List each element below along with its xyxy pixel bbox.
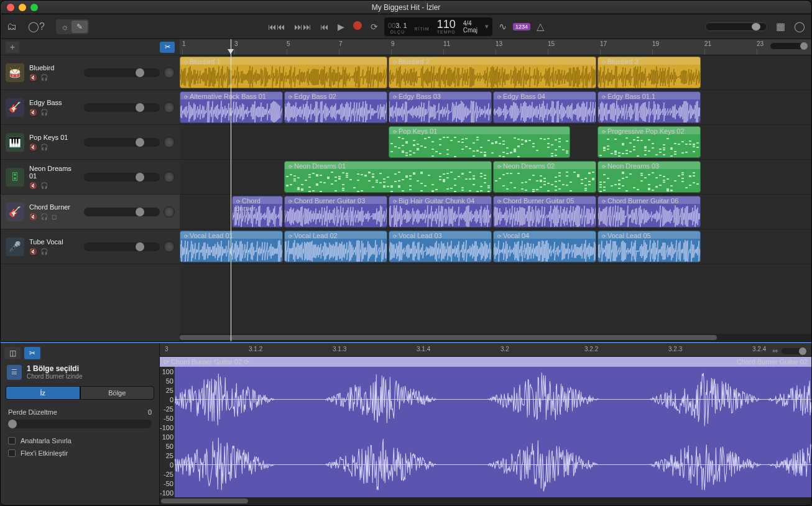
region[interactable]: ⟳Chord Burner [232,196,283,228]
mute-icon[interactable]: 🔇 [29,74,37,81]
horizontal-zoom-slider[interactable] [770,43,808,49]
track-volume-slider[interactable] [84,138,160,147]
scissors-button[interactable]: ✂ [160,42,175,53]
track-volume-slider[interactable] [84,242,160,251]
region[interactable]: ⟳Edgy Bass 03 [389,91,492,123]
headphones-icon[interactable]: 🎧 [40,74,48,81]
mute-icon[interactable]: 🔇 [29,213,37,220]
editor-zoom-slider[interactable] [782,348,806,354]
mute-icon[interactable]: 🔇 [29,182,37,189]
region[interactable]: ⟳Chord Burner Guitar 03 [284,196,387,228]
svg-rect-404 [618,183,621,185]
track-header[interactable]: 🎸Chord Burner🔇🎧◻ [1,195,180,229]
track-pan-knob[interactable] [164,102,175,113]
svg-rect-82 [514,149,516,150]
track-volume-slider[interactable] [84,208,160,216]
region[interactable]: ⟳Vocal Lead 05 [597,231,701,262]
region[interactable]: ⟳Chord Burner Guitar 06 [597,196,701,228]
tuner-icon[interactable]: ∿ [499,21,507,32]
track-header[interactable]: 🎤Tube Vocal🔇🎧 [1,229,180,264]
forward-button[interactable]: ⏭⏭ [294,22,311,32]
region[interactable]: ⟳Bluebird 2 [389,57,596,88]
arrange-hscrollbar[interactable] [180,334,811,341]
play-button[interactable]: ▶ [338,22,344,32]
track-pan-knob[interactable] [164,241,175,252]
mute-icon[interactable]: 🔇 [29,248,37,255]
region[interactable]: ⟳Vocal Lead 02 [284,231,387,262]
track-lanes[interactable]: ⟳Bluebird 1⟳Bluebird 2⟳Bluebird 3⟳Altern… [180,55,811,334]
headphones-icon[interactable]: 🎧 [40,182,48,189]
record-button[interactable] [353,21,362,32]
track-pan-knob[interactable] [164,206,175,218]
pitch-correction-slider[interactable] [8,420,152,428]
cycle-button[interactable]: ⟳ [371,22,378,32]
headphones-icon[interactable]: 🎧 [40,109,48,116]
go-to-start-button[interactable]: ⏮ [320,22,329,32]
track-volume-slider[interactable] [84,103,160,112]
track-lane[interactable]: ⟳Vocal Lead 01⟳Vocal Lead 02⟳Vocal Lead … [180,229,811,264]
track-volume-slider[interactable] [84,68,160,77]
track-header[interactable]: 🎹Pop Keys 01🔇🎧 [1,125,180,160]
region[interactable]: ⟳Vocal Lead 01 [180,231,283,262]
track-header[interactable]: 🎸Edgy Bass🔇🎧 [1,90,180,125]
editor-waveform[interactable] [175,367,811,497]
region[interactable]: ⟳Vocal Lead 03 [389,231,492,262]
playhead[interactable] [231,39,231,341]
region[interactable]: ⟳Bluebird 1 [180,57,387,88]
track-lane[interactable]: ⟳Chord Burner⟳Chord Burner Guitar 03⟳Big… [180,195,811,229]
region[interactable]: ⟳Big Hair Guitar Chunk 04 [389,196,492,228]
editor-ruler[interactable]: ⇔ 33.1.23.1.33.1.43.23.2.23.2.33.2.4 [160,343,811,357]
track-volume-slider[interactable] [84,173,160,182]
svg-rect-423 [652,172,654,173]
region[interactable]: ⟳Chord Burner Guitar 05 [493,196,596,228]
track-header[interactable]: 🎛Neon Dreams 01🔇🎧 [1,160,180,195]
editor-hscrollbar[interactable] [160,497,811,505]
region[interactable]: ⟳Neon Dreams 01 [284,161,492,193]
region[interactable]: ⟳Edgy Bass 01.1 [597,91,701,123]
editor-clip-header[interactable]: ⟳ Chord Burner Guitar 02 ⟳ Chord Burner … [160,357,811,367]
lock-icon[interactable]: ◻ [52,213,57,220]
add-track-button[interactable]: ＋ [6,42,19,53]
mute-icon[interactable]: 🔇 [29,144,37,150]
headphones-icon[interactable]: 🎧 [40,213,48,220]
timeline[interactable]: 1357911131517192123 ⟳Bluebird 1⟳Bluebird… [180,39,811,341]
headphones-icon[interactable]: 🎧 [40,144,48,150]
region[interactable]: ⟳Edgy Bass 04 [493,91,596,123]
master-volume-slider[interactable] [705,22,767,31]
region[interactable]: ⟳Alternative Rock Bass 01 [180,91,283,123]
lcd-display[interactable]: 003. 1 ÖLÇÜ xRİTİM 110 TEMPO 4/4 Cmaj ▾ [384,17,492,36]
region[interactable]: ⟳Progressive Pop Keys 02 [597,126,701,158]
track-lane[interactable]: ⟳Neon Dreams 01⟳Neon Dreams 02⟳Neon Drea… [180,160,811,195]
region[interactable]: ⟳Bluebird 3 [597,57,701,88]
enable-flex-checkbox[interactable]: Flex'i Etkinleştir [1,447,159,459]
limit-to-key-checkbox[interactable]: Anahtarla Sınırla [1,435,159,447]
region[interactable]: ⟳Neon Dreams 03 [597,161,701,193]
track-lane[interactable]: ⟳Pop Keys 01⟳Progressive Pop Keys 02 [180,125,811,160]
headphones-icon[interactable]: 🎧 [40,248,48,255]
region[interactable]: ⟳Edgy Bass 02 [284,91,387,123]
metronome-icon[interactable]: △ [537,21,544,32]
svg-rect-266 [398,185,400,186]
track-pan-knob[interactable] [164,67,175,78]
region[interactable]: ⟳Pop Keys 01 [389,126,570,158]
editor-tab-bolge[interactable]: Bölge [80,386,155,400]
mute-icon[interactable]: 🔇 [29,109,37,116]
svg-rect-285 [431,184,434,185]
svg-rect-184 [286,185,288,186]
svg-rect-197 [305,180,307,181]
editor-tab-iz[interactable]: İz [6,386,80,400]
track-pan-knob[interactable] [164,172,175,183]
track-pan-knob[interactable] [164,137,175,148]
track-header[interactable]: 🥁Bluebird🔇🎧 [1,55,180,90]
svg-rect-322 [484,178,486,179]
bar-ruler[interactable]: 1357911131517192123 [180,39,811,55]
editor-region-view-button[interactable]: ◫ [4,347,21,359]
editor-track-view-button[interactable]: ✂ [24,347,40,359]
track-lane[interactable]: ⟳Alternative Rock Bass 01⟳Edgy Bass 02⟳E… [180,90,811,125]
rewind-button[interactable]: ⏮⏮ [268,22,285,32]
region[interactable]: ⟳Vocal 04 [493,231,596,262]
arrange-area: ＋ ✂ 🥁Bluebird🔇🎧🎸Edgy Bass🔇🎧🎹Pop Keys 01🔇… [1,39,811,342]
count-in-badge[interactable]: 1234 [513,23,530,30]
region[interactable]: ⟳Neon Dreams 02 [493,161,596,193]
track-lane[interactable]: ⟳Bluebird 1⟳Bluebird 2⟳Bluebird 3 [180,55,811,90]
